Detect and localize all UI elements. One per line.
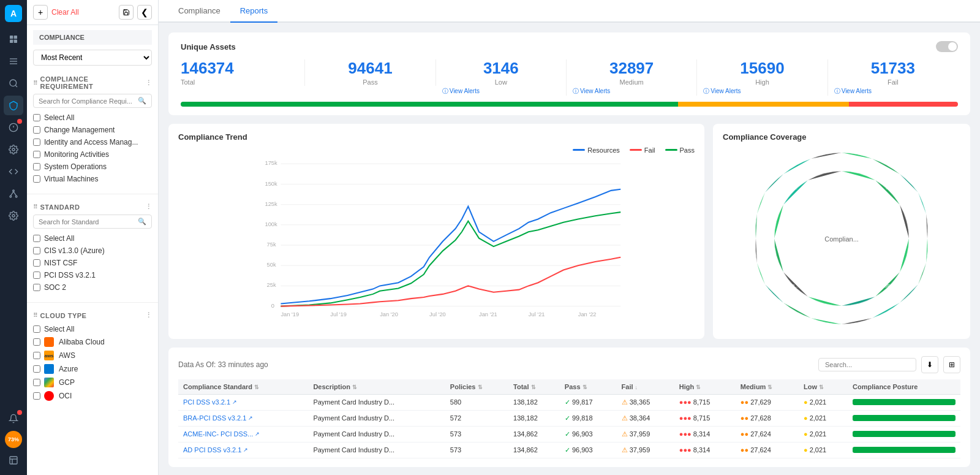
pass-check-icon: ✓	[565, 446, 570, 454]
cell-standard: AD PCI DSS v3.2.1 ↗	[178, 442, 308, 458]
svg-rect-2	[10, 40, 13, 43]
cloud-checkbox-alibaba[interactable]: Alibaba Cloud	[33, 335, 152, 349]
sort-pass-icon[interactable]: ⇅	[582, 384, 587, 390]
nav-help[interactable]	[4, 450, 23, 470]
total-number: 146374	[181, 59, 298, 77]
std-checkbox-soc2[interactable]: SOC 2	[33, 281, 152, 294]
add-button[interactable]: +	[33, 5, 48, 20]
cloud-checkbox-azure[interactable]: Azure	[33, 362, 152, 376]
standard-menu-icon[interactable]: ⋮	[145, 203, 153, 211]
sort-fail-icon[interactable]: ↓	[635, 384, 638, 390]
compliance-req-menu-icon[interactable]: ⋮	[145, 79, 153, 87]
cloud-checkbox-aws[interactable]: aws AWS	[33, 349, 152, 362]
legend-resources-dot	[573, 149, 585, 151]
svg-rect-3	[14, 40, 17, 43]
svg-text:BRA PCI D...: BRA PCI D...	[884, 284, 910, 288]
req-checkbox-identity[interactable]: Identity and Access Manag...	[33, 136, 152, 148]
req-checkbox-identity-input[interactable]	[33, 139, 40, 146]
medium-view-alerts[interactable]: ⓘ View Alerts	[573, 87, 690, 96]
high-dots-icon: ●●●	[679, 414, 692, 422]
nav-dashboard[interactable]	[4, 51, 23, 71]
nav-network[interactable]	[4, 184, 23, 203]
standard-search[interactable]: 🔍	[33, 215, 152, 229]
cloud-type-menu-icon[interactable]: ⋮	[145, 311, 153, 319]
cell-pass: ✓ 96,903	[560, 426, 617, 442]
nav-alerts[interactable]	[4, 409, 23, 428]
nav-investigate[interactable]	[4, 74, 23, 93]
compliance-dropdown[interactable]: Most Recent	[33, 50, 152, 66]
req-checkbox-vms-input[interactable]	[33, 175, 40, 183]
compliance-req-search[interactable]: 🔍	[33, 94, 152, 108]
save-button[interactable]	[119, 5, 134, 20]
standard-link[interactable]: AD PCI DSS v3.2.1 ↗	[183, 446, 303, 454]
collapse-sidebar-button[interactable]: ❮	[137, 5, 152, 20]
nav-admin[interactable]	[4, 206, 23, 226]
sort-low-icon[interactable]: ⇅	[819, 384, 824, 390]
table-search-input[interactable]	[818, 358, 916, 371]
high-number: 15690	[703, 59, 821, 77]
standard-search-input[interactable]	[39, 218, 135, 226]
low-view-alerts[interactable]: ⓘ View Alerts	[442, 87, 560, 96]
low-dots-icon: ●	[804, 446, 808, 454]
sort-high-icon[interactable]: ⇅	[696, 384, 701, 390]
cloud-checkbox-oci[interactable]: OCI	[33, 389, 152, 403]
req-checkbox-change-mgmt-input[interactable]	[33, 126, 40, 134]
sort-medium-icon[interactable]: ⇅	[767, 384, 772, 390]
fail-number: 51733	[834, 59, 952, 77]
req-checkbox-monitoring[interactable]: Monitoring Activities	[33, 148, 152, 161]
nav-settings[interactable]	[4, 140, 23, 159]
standard-link[interactable]: BRA-PCI DSS v3.2.1 ↗	[183, 414, 303, 422]
req-checkbox-select-all-input[interactable]	[33, 114, 40, 121]
fail-view-alerts[interactable]: ⓘ View Alerts	[834, 87, 952, 96]
req-checkbox-monitoring-input[interactable]	[33, 151, 40, 158]
cloud-checkbox-select-all[interactable]: Select All	[33, 323, 152, 335]
grid-view-button[interactable]: ⊞	[943, 356, 960, 373]
std-checkbox-cis[interactable]: CIS v1.3.0 (Azure)	[33, 245, 152, 257]
std-checkbox-nist[interactable]: NIST CSF	[33, 257, 152, 269]
tab-reports[interactable]: Reports	[230, 0, 278, 23]
sidebar: + Clear All ❮ COMPLIANCE Most Recent ⠿ C…	[27, 0, 159, 475]
tab-bar: Compliance Reports	[159, 0, 980, 23]
cell-medium: ●● 27,624	[736, 442, 799, 458]
clear-all-button[interactable]: Clear All	[51, 8, 79, 17]
external-link-icon: ↗	[243, 447, 248, 453]
standard-link[interactable]: PCI DSS v3.2.1 ↗	[183, 398, 303, 406]
std-checkbox-pci[interactable]: PCI DSS v3.2.1	[33, 269, 152, 281]
info-icon-medium: ⓘ	[573, 87, 579, 96]
high-view-alerts[interactable]: ⓘ View Alerts	[703, 87, 821, 96]
download-button[interactable]: ⬇	[921, 356, 938, 373]
req-checkbox-select-all[interactable]: Select All	[33, 112, 152, 124]
standard-link[interactable]: ACME-INC- PCI DSS... ↗	[183, 430, 303, 438]
drag-handle-cloud-icon: ⠿	[33, 312, 38, 319]
req-checkbox-change-mgmt[interactable]: Change Management	[33, 124, 152, 136]
cell-posture	[848, 442, 960, 458]
medium-dots-icon: ●●	[741, 430, 748, 438]
oci-logo-icon	[44, 391, 54, 401]
tab-compliance[interactable]: Compliance	[168, 0, 230, 23]
sort-standard-icon[interactable]: ⇅	[254, 384, 259, 390]
nav-home[interactable]	[4, 29, 23, 49]
cell-medium: ●● 27,629	[736, 394, 799, 410]
nav-reports[interactable]	[4, 118, 23, 137]
std-checkbox-select-all[interactable]: Select All	[33, 232, 152, 245]
cloud-checkbox-gcp[interactable]: GCP	[33, 376, 152, 389]
sort-policies-icon[interactable]: ⇅	[478, 384, 483, 390]
req-checkbox-vms[interactable]: Virtual Machines	[33, 173, 152, 185]
sort-total-icon[interactable]: ⇅	[531, 384, 536, 390]
compliance-req-input[interactable]	[39, 97, 135, 105]
search-icon: 🔍	[138, 97, 146, 105]
req-checkbox-system-ops[interactable]: System Operations	[33, 161, 152, 173]
cell-policies: 572	[445, 410, 508, 426]
app-logo[interactable]: A	[5, 5, 22, 22]
unique-assets-toggle[interactable]	[936, 41, 958, 52]
table-row: BRA-PCI DSS v3.2.1 ↗ Payment Card Indust…	[178, 410, 960, 426]
svg-text:Breathing...: Breathing...	[775, 186, 797, 191]
svg-text:Jul '20: Jul '20	[429, 311, 446, 317]
nav-code[interactable]	[4, 162, 23, 181]
req-checkbox-system-ops-input[interactable]	[33, 163, 40, 170]
col-medium: Medium ⇅	[736, 379, 799, 395]
nav-compliance[interactable]	[4, 96, 23, 115]
legend-fail: Fail	[630, 146, 655, 154]
sort-desc-icon[interactable]: ⇅	[352, 384, 357, 390]
unique-assets-card: Unique Assets 146374 Total 94641 Pass 31…	[168, 32, 970, 115]
